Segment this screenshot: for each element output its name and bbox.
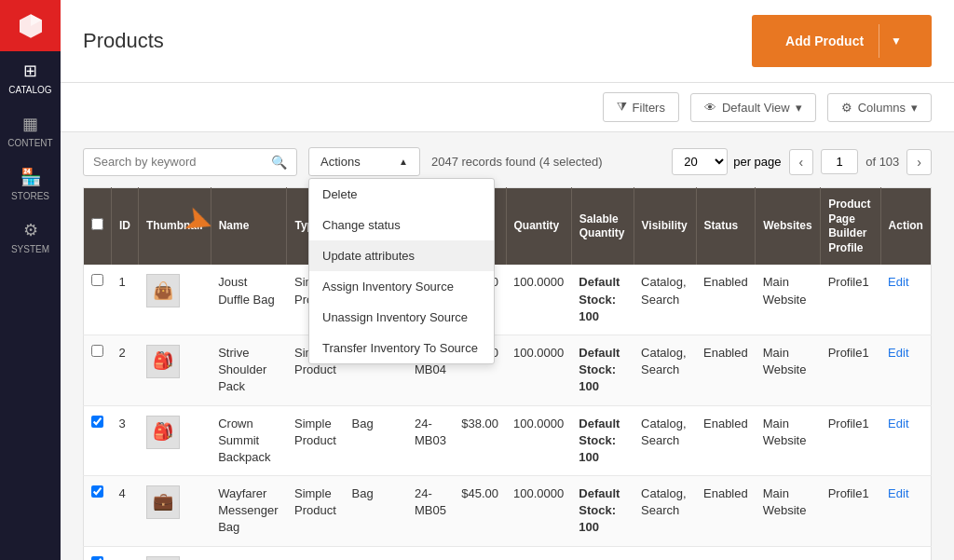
row-attribute-set: Bag — [345, 476, 407, 547]
edit-link[interactable]: Edit — [888, 557, 908, 560]
row-action[interactable]: Edit — [880, 405, 931, 476]
row-quantity: 100.0000 — [506, 405, 571, 476]
row-checkbox[interactable] — [91, 556, 103, 560]
row-websites: Main Website — [756, 476, 821, 547]
row-checkbox[interactable] — [91, 485, 103, 498]
row-checkbox-cell[interactable] — [84, 405, 112, 476]
records-info: 2047 records found (4 selected) — [431, 155, 603, 169]
row-name: Crown Summit Backpack — [211, 405, 287, 476]
sidebar-item-content-label: CONTENT — [7, 138, 52, 148]
row-visibility: Catalog, Search — [634, 405, 696, 476]
dropdown-item-update-attributes[interactable]: Update attributes — [309, 240, 494, 271]
row-action[interactable]: Edit — [880, 476, 931, 547]
next-page-button[interactable]: › — [906, 149, 932, 175]
table-header-row: ID Thumbnail Name Type Attribute Set SKU… — [84, 188, 932, 266]
dropdown-item-change-status[interactable]: Change status — [309, 210, 494, 240]
row-profile: Profile1 — [821, 335, 880, 405]
edit-link[interactable]: Edit — [888, 486, 908, 500]
row-checkbox-cell[interactable] — [84, 476, 112, 547]
sidebar-item-stores-label: STORES — [11, 191, 49, 201]
dropdown-item-transfer-inventory[interactable]: Transfer Inventory To Source — [309, 333, 494, 363]
row-checkbox[interactable] — [91, 345, 103, 357]
row-thumbnail: 💼 — [139, 476, 211, 547]
table-row: 5 👝 Rival Field Messenger Simple Product… — [84, 546, 932, 560]
row-id: 5 — [112, 546, 139, 560]
row-action[interactable]: Edit — [880, 546, 931, 560]
table-row: 3 🎒 Crown Summit Backpack Simple Product… — [84, 405, 932, 476]
row-id: 1 — [112, 265, 139, 335]
sidebar-item-system[interactable]: ⚙ SYSTEM — [0, 211, 61, 264]
table-body: 1 👜 Joust Duffle Bag Simple Product Bag … — [84, 265, 932, 560]
page-of-label: of 103 — [865, 155, 899, 169]
row-id: 4 — [112, 476, 139, 547]
search-input[interactable] — [93, 155, 271, 169]
columns-icon: ⚙ — [841, 101, 852, 115]
per-page-label: per page — [733, 155, 781, 169]
prev-page-button[interactable]: ‹ — [789, 149, 814, 175]
edit-link[interactable]: Edit — [888, 417, 908, 430]
sidebar-item-catalog-label: CATALOG — [8, 85, 51, 95]
row-profile: Profile1 — [821, 546, 880, 560]
sidebar-item-content[interactable]: ▦ CONTENT — [0, 104, 61, 157]
page-title: Products — [83, 29, 164, 53]
products-table: ID Thumbnail Name Type Attribute Set SKU… — [83, 187, 932, 560]
row-visibility: Catalog, Search — [634, 546, 696, 560]
table-row: 2 🎒 Strive Shoulder Pack Simple Product … — [84, 335, 932, 405]
per-page-wrap: 20 30 50 100 per page — [672, 148, 781, 175]
row-checkbox[interactable] — [91, 416, 103, 428]
row-salable-qty: Default Stock: 100 — [571, 265, 634, 335]
row-type: Simple Product — [287, 546, 345, 560]
row-salable-qty: Default Stock: 100 — [571, 405, 634, 476]
row-salable-qty: Default Stock: 100 — [571, 476, 634, 547]
edit-link[interactable]: Edit — [888, 275, 908, 289]
row-thumbnail: 👜 — [139, 265, 211, 335]
row-id: 2 — [112, 335, 139, 405]
columns-button[interactable]: ⚙ Columns ▾ — [827, 93, 932, 122]
row-type: Simple Product — [287, 476, 345, 547]
row-profile: Profile1 — [821, 265, 880, 335]
search-icon[interactable]: 🔍 — [271, 155, 287, 170]
select-all-checkbox[interactable] — [91, 218, 103, 230]
row-thumbnail: 🎒 — [139, 335, 211, 405]
row-checkbox-cell[interactable] — [84, 265, 112, 335]
row-type: Simple Product — [287, 405, 345, 476]
actions-dropdown-menu: Delete Change status Update attributes A… — [308, 178, 495, 364]
row-thumbnail: 👝 — [139, 546, 211, 560]
main-content: Products Add Product ▼ ⧩ Filters 👁 Defau… — [61, 0, 954, 560]
row-sku: 24-MB05 — [407, 476, 454, 547]
default-view-button[interactable]: 👁 Default View ▾ — [690, 93, 816, 122]
sidebar-item-catalog[interactable]: ⊞ CATALOG — [0, 51, 61, 104]
dropdown-item-unassign-inventory[interactable]: Unassign Inventory Source — [309, 302, 494, 333]
row-name: Wayfarer Messenger Bag — [211, 476, 287, 547]
grid-controls: 🔍 Actions ▲ Delete Change status Update … — [83, 147, 932, 176]
col-header-websites: Websites — [756, 188, 821, 266]
add-product-label: Add Product — [770, 24, 879, 58]
row-action[interactable]: Edit — [880, 335, 931, 405]
dropdown-item-assign-inventory[interactable]: Assign Inventory Source — [309, 271, 494, 302]
sidebar: ⊞ CATALOG ▦ CONTENT 🏪 STORES ⚙ SYSTEM — [0, 0, 61, 560]
row-name: Joust Duffle Bag — [211, 265, 287, 335]
actions-button[interactable]: Actions ▲ — [308, 147, 420, 176]
page-input[interactable] — [821, 149, 858, 174]
product-thumb: 🎒 — [146, 345, 180, 378]
row-status: Enabled — [696, 265, 756, 335]
dropdown-item-delete[interactable]: Delete — [309, 179, 494, 210]
row-checkbox-cell[interactable] — [84, 335, 112, 405]
filters-button[interactable]: ⧩ Filters — [603, 92, 679, 122]
col-header-profile: Product Page Builder Profile — [821, 188, 880, 266]
per-page-select[interactable]: 20 30 50 100 — [672, 148, 728, 175]
view-chevron-icon: ▾ — [796, 101, 802, 115]
table-row: 4 💼 Wayfarer Messenger Bag Simple Produc… — [84, 476, 932, 547]
product-thumb: 🎒 — [146, 416, 180, 449]
pagination: 20 30 50 100 per page ‹ of 103 › — [672, 148, 932, 175]
row-checkbox-cell[interactable] — [84, 546, 112, 560]
row-action[interactable]: Edit — [880, 265, 931, 335]
row-checkbox[interactable] — [91, 274, 103, 286]
system-icon: ⚙ — [23, 220, 38, 240]
add-product-button[interactable]: Add Product ▼ — [752, 15, 932, 67]
product-thumb: 💼 — [146, 485, 180, 519]
edit-link[interactable]: Edit — [888, 346, 908, 360]
row-quantity: 100.0000 — [506, 476, 571, 547]
add-product-arrow[interactable]: ▼ — [879, 25, 913, 57]
sidebar-item-stores[interactable]: 🏪 STORES — [0, 157, 61, 211]
